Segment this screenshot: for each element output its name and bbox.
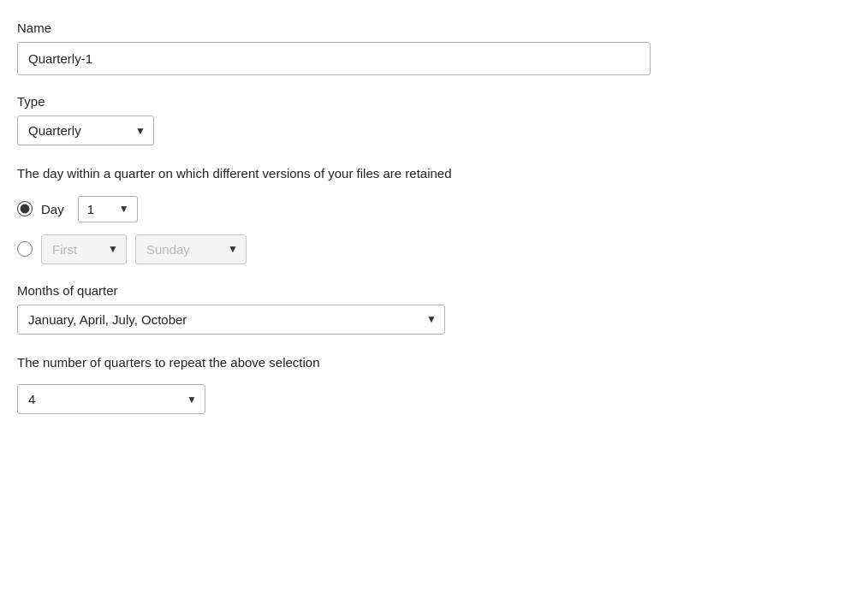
- day-radio[interactable]: [17, 201, 33, 216]
- type-select-wrapper: Quarterly Monthly Weekly Daily ▼: [17, 116, 154, 145]
- nth-radio-row: First Second Third Fourth Last ▼ Sunday …: [17, 234, 839, 264]
- day-radio-label: Day: [41, 202, 64, 216]
- weekday-select[interactable]: Sunday Monday Tuesday Wednesday Thursday…: [135, 234, 247, 264]
- first-select-wrapper: First Second Third Fourth Last ▼: [41, 234, 127, 264]
- quarter-day-group: The day within a quarter on which differ…: [17, 164, 839, 264]
- first-select[interactable]: First Second Third Fourth Last: [41, 234, 127, 264]
- repeat-select-wrapper: 1 2 3 4 5 6 7 8 ▼: [17, 384, 205, 414]
- months-select[interactable]: January, April, July, October February, …: [17, 305, 445, 335]
- repeat-select[interactable]: 1 2 3 4 5 6 7 8: [17, 384, 205, 414]
- quarter-description: The day within a quarter on which differ…: [17, 164, 839, 184]
- type-group: Type Quarterly Monthly Weekly Daily ▼: [17, 94, 839, 145]
- type-select[interactable]: Quarterly Monthly Weekly Daily: [17, 116, 154, 145]
- months-select-wrapper: January, April, July, October February, …: [17, 305, 445, 335]
- months-label: Months of quarter: [17, 283, 839, 298]
- day-select[interactable]: 1 2 3 4 5 10 15 20 28 30: [78, 196, 138, 222]
- type-label: Type: [17, 94, 839, 109]
- nth-radio[interactable]: [17, 241, 33, 257]
- repeat-description: The number of quarters to repeat the abo…: [17, 353, 839, 373]
- name-label: Name: [17, 21, 839, 35]
- day-radio-row: Day 1 2 3 4 5 10 15 20 28 30 ▼: [17, 196, 839, 222]
- months-group: Months of quarter January, April, July, …: [17, 283, 839, 335]
- repeat-group: The number of quarters to repeat the abo…: [17, 353, 839, 415]
- name-group: Name: [17, 21, 839, 75]
- name-input[interactable]: [17, 42, 651, 75]
- day-select-wrapper: 1 2 3 4 5 10 15 20 28 30 ▼: [78, 196, 138, 222]
- weekday-select-wrapper: Sunday Monday Tuesday Wednesday Thursday…: [135, 234, 247, 264]
